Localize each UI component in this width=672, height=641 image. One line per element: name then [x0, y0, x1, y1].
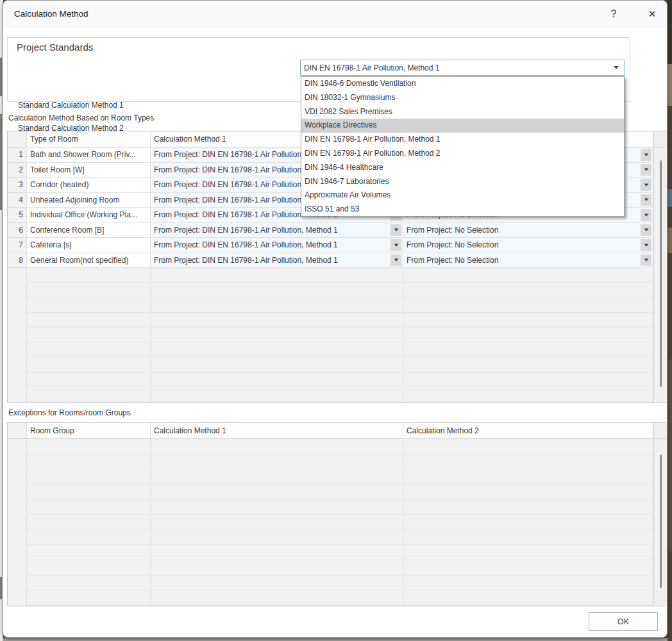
row-number-cell: 2: [8, 163, 27, 178]
dropdown-arrow-icon[interactable]: [641, 179, 651, 191]
dropdown-arrow-icon[interactable]: [391, 254, 401, 267]
empty-table-row: [8, 372, 653, 387]
row-number-cell: [8, 576, 27, 591]
method1-cell[interactable]: From Project: DIN EN 16798-1 Air Polluti…: [151, 223, 403, 238]
row-number-cell: [8, 439, 27, 454]
section-title-exceptions: Exceptions for Rooms/room Groups: [8, 408, 131, 418]
vertical-scrollbar[interactable]: [653, 423, 667, 606]
arrow-glyph: [394, 259, 398, 262]
method1-cell-empty: [151, 469, 403, 485]
room-cell-empty: [27, 454, 151, 470]
dropdown-item[interactable]: DIN EN 16798-1 Air Pollution, Method 2: [301, 147, 624, 161]
room-type-cell[interactable]: Unheated Adjoining Room: [27, 193, 151, 208]
method1-cell[interactable]: From Project: DIN EN 16798-1 Air Polluti…: [151, 253, 403, 269]
window-title: Calculation Method: [14, 9, 88, 19]
dropdown-item[interactable]: Approximate Air Volumes: [301, 188, 624, 203]
dropdown-arrow-icon[interactable]: [641, 239, 651, 251]
row-number-cell: [8, 560, 27, 576]
method2-cell-empty: [403, 328, 653, 342]
row-number-cell-text: 5: [19, 210, 23, 219]
row-number-cell: [8, 342, 27, 357]
dropdown-item[interactable]: DIN 1946-7 Laboratories: [301, 175, 624, 189]
method1-cell-empty: [151, 454, 403, 470]
method2-cell-empty: [403, 297, 653, 312]
empty-table-row: [8, 283, 653, 297]
empty-table-row: [8, 313, 653, 328]
method1-cell-empty: [151, 485, 403, 500]
row-number-cell: [8, 515, 27, 530]
method2-cell[interactable]: From Project: No Selection: [403, 223, 653, 238]
dropdown-item[interactable]: ISSO 51 and 53: [301, 203, 624, 217]
ok-button[interactable]: OK: [589, 612, 658, 631]
room-type-cell-text: Unheated Adjoining Room: [30, 196, 119, 204]
close-button[interactable]: ✕: [642, 4, 662, 24]
method1-cell[interactable]: From Project: DIN EN 16798-1 Air Polluti…: [151, 238, 403, 253]
arrow-glyph: [644, 213, 648, 216]
dropdown-item[interactable]: DIN EN 16798-1 Air Pollution, Method 1: [301, 133, 624, 147]
scrollbar-thumb[interactable]: [660, 454, 662, 588]
room-cell-empty: [27, 515, 151, 530]
room-cell-empty: [27, 313, 151, 328]
dropdown-arrow-icon[interactable]: [641, 254, 651, 267]
background-right-strip: [667, 0, 672, 641]
method2-cell-empty: [403, 560, 653, 576]
dropdown-item[interactable]: VDI 2082 Sales Premises: [301, 105, 624, 119]
method1-cell-empty: [151, 439, 403, 454]
row-number-cell: [8, 545, 27, 560]
method2-cell-empty: [403, 268, 653, 283]
method1-cell-empty: [151, 576, 403, 591]
room-column-header-text: Room Group: [30, 426, 74, 435]
help-button[interactable]: ?: [603, 4, 624, 24]
dropdown-arrow-icon[interactable]: [641, 164, 651, 176]
room-cell-empty: [27, 268, 151, 283]
method1-column-header-text: Calculation Method 1: [154, 135, 226, 144]
background-artifact: [0, 114, 2, 210]
method2-cell-text: From Project: No Selection: [407, 256, 498, 265]
room-type-cell[interactable]: Toilet Room [W]: [27, 163, 151, 178]
dropdown-arrow-icon[interactable]: [641, 209, 651, 221]
room-column-header: Type of Room: [27, 131, 151, 147]
room-type-cell[interactable]: Corridor (heated): [27, 178, 151, 193]
method1-cell-empty: [151, 500, 403, 515]
method1-combobox[interactable]: DIN EN 16798-1 Air Pollution, Method 1: [300, 60, 625, 76]
row-number-cell-text: 4: [19, 196, 23, 204]
dropdown-arrow-icon[interactable]: [391, 239, 401, 251]
method1-cell-empty: [151, 342, 403, 357]
dropdown-item[interactable]: DIN 1946-6 Domestic Ventilation: [301, 77, 624, 91]
row-number-cell: 5: [8, 208, 27, 223]
room-type-cell[interactable]: Bath and Shower Room (Priv...: [27, 147, 151, 163]
dropdown-arrow-icon[interactable]: [391, 224, 401, 237]
room-type-cell[interactable]: Individual Office (Working Pla...: [27, 208, 151, 223]
ok-button-label: OK: [617, 617, 629, 626]
method2-cell[interactable]: From Project: No Selection: [403, 253, 653, 269]
dropdown-arrow-icon[interactable]: [641, 149, 651, 161]
room-cell-empty: [27, 590, 151, 606]
row-number-cell: [8, 590, 27, 606]
method2-cell-empty: [403, 545, 653, 560]
method1-cell-text: From Project: DIN EN 16798-1 Air Polluti…: [154, 226, 338, 235]
empty-table-row: [8, 590, 653, 606]
method1-cell-empty: [151, 283, 403, 297]
arrow-glyph: [394, 244, 398, 246]
dropdown-arrow-icon[interactable]: [641, 194, 651, 206]
room-type-cell[interactable]: General Room(not specified): [27, 253, 151, 269]
dropdown-arrow-icon[interactable]: [641, 224, 651, 237]
dropdown-item[interactable]: DIN 1946-4 Healthcare: [301, 161, 624, 175]
dropdown-item[interactable]: DIN 18032-1 Gymnasiums: [301, 91, 624, 105]
method2-cell[interactable]: From Project: No Selection: [403, 238, 653, 253]
method1-column-header: Calculation Method 1: [151, 423, 403, 439]
room-type-cell-text: Cafeteria [s]: [30, 240, 72, 249]
method2-cell-empty: [403, 576, 653, 591]
dropdown-item[interactable]: Workplace Directives: [301, 119, 624, 133]
dropdown-arrow-icon[interactable]: [614, 66, 619, 69]
row-number-cell-text: 2: [19, 165, 23, 174]
room-type-cell[interactable]: Cafeteria [s]: [27, 238, 151, 253]
method1-cell-empty: [151, 515, 403, 530]
room-cell-empty: [27, 342, 151, 357]
room-type-cell-text: Individual Office (Working Pla...: [30, 210, 137, 219]
vertical-scrollbar[interactable]: [653, 131, 667, 402]
scrollbar-thumb[interactable]: [660, 160, 662, 387]
room-type-cell[interactable]: Conference Room [B]: [27, 223, 151, 238]
room-cell-empty: [27, 576, 151, 591]
row-number-cell: 3: [8, 178, 27, 193]
